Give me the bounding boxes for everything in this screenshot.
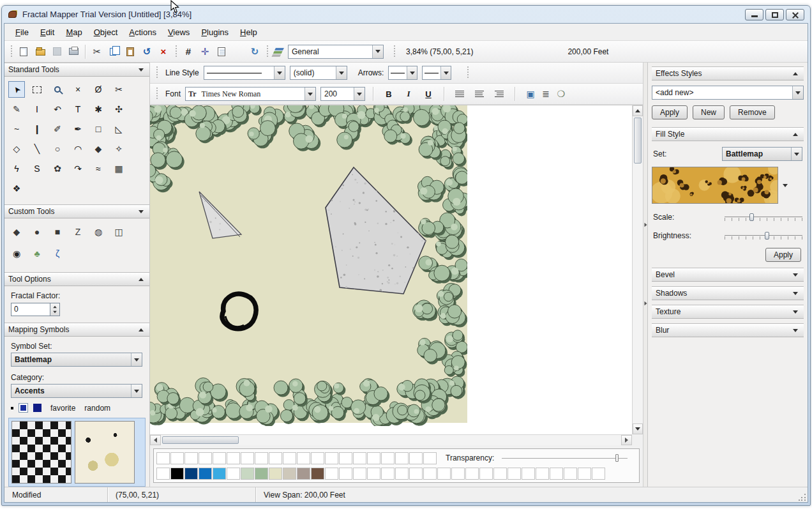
palette-swatch[interactable]	[508, 468, 521, 480]
panel-section-header[interactable]: Bevel	[652, 268, 804, 282]
transparency-slider-handle[interactable]	[615, 454, 619, 462]
clip-tool[interactable]: ✂	[110, 81, 127, 98]
pencil-tool[interactable]: ✐	[49, 121, 66, 137]
palette-swatch[interactable]	[451, 468, 465, 480]
palette-swatch[interactable]	[353, 468, 366, 480]
fill-set-select[interactable]: Battlemap	[722, 147, 802, 161]
diamond-outline-tool[interactable]: ◇	[8, 141, 25, 157]
menu-item[interactable]: Plugins	[195, 25, 234, 40]
title-bar[interactable]: Fractal Mapper Trial Version [Untitled] …	[4, 6, 808, 23]
palette-swatch[interactable]	[241, 468, 254, 480]
chevron-down-icon[interactable]	[336, 66, 347, 79]
palette-swatch[interactable]	[156, 452, 170, 464]
effects-new-button[interactable]: New	[693, 105, 725, 119]
toolbar-grip[interactable]	[266, 45, 269, 58]
custom-curve-tool[interactable]: ζ	[49, 245, 66, 262]
custom-radio-tool[interactable]: ◉	[8, 245, 25, 262]
chevron-down-icon[interactable]	[791, 292, 800, 295]
effects-remove-button[interactable]: Remove	[730, 105, 775, 119]
palette-swatch[interactable]	[255, 468, 268, 480]
panel-section-header[interactable]: Shadows	[652, 286, 804, 300]
palette-swatch[interactable]	[227, 468, 240, 480]
category-select[interactable]: Accents	[11, 384, 142, 398]
chevron-up-icon[interactable]	[137, 278, 146, 281]
scroll-up-button[interactable]	[633, 105, 643, 116]
palette-swatch[interactable]	[297, 452, 310, 464]
chevron-down-icon[interactable]	[791, 273, 800, 277]
align-center-button[interactable]	[472, 87, 487, 102]
ibeam-tool[interactable]: I	[29, 101, 45, 118]
vertical-scrollbar[interactable]	[632, 105, 643, 434]
undo-button[interactable]: ↺	[139, 43, 155, 60]
arc-tool[interactable]: ◠	[70, 141, 86, 157]
arrow-end-select[interactable]	[422, 66, 451, 80]
resize-grip[interactable]	[799, 493, 806, 501]
effects-styles-header[interactable]: Effects Styles	[652, 66, 804, 80]
chevron-up-icon[interactable]	[137, 328, 146, 332]
toolbar-grip[interactable]	[174, 45, 177, 58]
hide-tool[interactable]: Ø	[90, 81, 107, 98]
palette-swatch[interactable]	[409, 468, 423, 480]
splitter-arrow-icon[interactable]	[644, 223, 647, 227]
horizontal-scrollbar[interactable]	[150, 434, 632, 445]
custom-tools-header[interactable]: Custom Tools	[4, 204, 149, 218]
menu-item[interactable]: Help	[234, 25, 263, 40]
toolbar-grip[interactable]	[155, 66, 158, 79]
chevron-down-icon[interactable]	[791, 148, 802, 160]
brightness-slider-handle[interactable]	[765, 232, 769, 240]
custom-polygon-tool[interactable]: ◍	[90, 224, 107, 240]
fill-apply-button[interactable]: Apply	[765, 248, 801, 262]
palette-swatch[interactable]	[339, 468, 352, 480]
scroll-down-button[interactable]	[633, 423, 643, 434]
fractal-factor-stepper[interactable]	[50, 303, 60, 316]
toolbar-grip[interactable]	[466, 66, 469, 79]
palette-swatch[interactable]	[423, 452, 437, 464]
arc2-tool[interactable]: ↷	[70, 160, 86, 177]
close-button[interactable]	[786, 9, 804, 20]
panel-section-header[interactable]: Blur	[652, 323, 804, 337]
eyedropper-tool[interactable]: ✎	[8, 101, 25, 118]
toolbar-grip[interactable]	[155, 88, 158, 100]
fractal-line-tool[interactable]: ϟ	[8, 160, 25, 177]
palette-swatch[interactable]	[367, 468, 380, 480]
marquee-tool[interactable]	[29, 81, 45, 98]
palette-swatch[interactable]	[227, 452, 240, 464]
palette-swatch[interactable]	[381, 468, 395, 480]
palette-swatch[interactable]	[269, 452, 282, 464]
font-size-select[interactable]: 200	[320, 87, 365, 101]
custom-shrub-tool[interactable]: ♣	[29, 245, 45, 262]
palette-swatch[interactable]	[184, 452, 198, 464]
chevron-down-icon[interactable]	[440, 66, 451, 79]
splitter-arrow-icon[interactable]	[644, 301, 647, 305]
open-button[interactable]	[32, 43, 49, 60]
rotate-tool[interactable]: ↶	[49, 101, 66, 118]
palette-swatch[interactable]	[184, 468, 198, 480]
palette-swatch[interactable]	[522, 468, 535, 480]
menu-item[interactable]: Edit	[34, 25, 60, 40]
chevron-down-icon[interactable]	[354, 88, 365, 100]
palette-swatch[interactable]	[156, 468, 170, 480]
horizontal-scroll-thumb[interactable]	[162, 436, 239, 444]
fill-style-header[interactable]: Fill Style	[652, 127, 804, 141]
toolbar-grip[interactable]	[393, 45, 396, 58]
chevron-down-icon[interactable]	[304, 88, 315, 100]
fill-texture-preview[interactable]	[652, 167, 778, 204]
palette-swatch[interactable]	[578, 468, 591, 480]
palette-swatch[interactable]	[269, 468, 282, 480]
align-right-button[interactable]	[492, 87, 507, 102]
custom-zigzag-tool[interactable]: Z	[70, 224, 86, 240]
palette-swatch[interactable]	[311, 468, 324, 480]
favorite-toggle[interactable]: favorite	[50, 404, 75, 413]
palette-swatch[interactable]	[550, 468, 563, 480]
symbol-thumbnail-stones[interactable]	[75, 421, 135, 484]
palette-swatch[interactable]	[479, 468, 493, 480]
palette-swatch[interactable]	[311, 452, 324, 464]
symbol-tool[interactable]: ✱	[90, 101, 107, 118]
chevron-down-icon[interactable]	[407, 66, 417, 79]
align-left-button[interactable]	[452, 87, 467, 102]
chevron-down-icon[interactable]	[137, 210, 146, 213]
squiggle-tool[interactable]: ≈	[90, 160, 107, 177]
palette-swatch[interactable]	[325, 468, 338, 480]
scale-slider[interactable]	[725, 212, 802, 222]
palette-swatch[interactable]	[367, 452, 380, 464]
